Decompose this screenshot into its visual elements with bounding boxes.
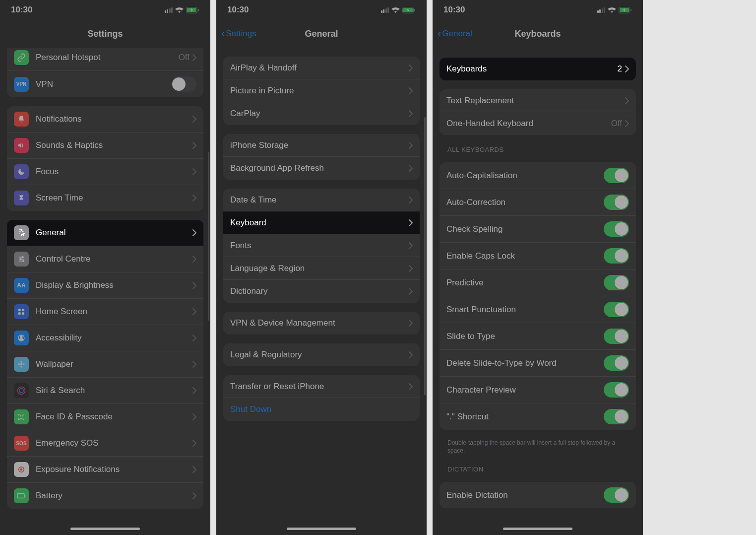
- row-face-id[interactable]: Face ID & Passcode: [7, 404, 203, 430]
- home-indicator[interactable]: [287, 528, 356, 530]
- svg-point-13: [20, 361, 22, 363]
- svg-point-16: [23, 363, 25, 365]
- row-keyboard[interactable]: Keyboard: [223, 211, 420, 234]
- row-bg-refresh[interactable]: Background App Refresh: [223, 157, 420, 180]
- toggle-predictive[interactable]: [604, 275, 629, 290]
- row-carplay[interactable]: CarPlay: [223, 102, 420, 125]
- chevron-right-icon: [409, 351, 413, 358]
- svg-point-12: [20, 363, 22, 365]
- settings-group: VPN & Device Management: [223, 312, 420, 334]
- row-check-spelling[interactable]: Check Spelling: [440, 216, 636, 243]
- svg-point-18: [19, 389, 23, 393]
- row-label: VPN: [36, 79, 171, 89]
- toggle-auto-cap[interactable]: [604, 168, 629, 183]
- row-general[interactable]: General: [7, 220, 203, 246]
- toggle-dot-shortcut[interactable]: [604, 409, 629, 424]
- row-notifications[interactable]: Notifications: [7, 106, 203, 133]
- row-siri-search[interactable]: Siri & Search: [7, 378, 203, 404]
- row-shut-down[interactable]: Shut Down: [223, 398, 420, 421]
- row-label: Sounds & Haptics: [36, 140, 192, 150]
- row-label: Notifications: [36, 114, 192, 124]
- row-caps-lock[interactable]: Enable Caps Lock: [440, 243, 636, 269]
- hourglass-icon: [14, 191, 29, 205]
- row-vpn[interactable]: VPNVPN: [7, 71, 203, 97]
- scroll-area[interactable]: AirPlay & HandoffPicture in PictureCarPl…: [216, 48, 427, 524]
- row-wallpaper[interactable]: Wallpaper: [7, 351, 203, 378]
- row-label: Screen Time: [36, 193, 192, 203]
- chevron-right-icon: [192, 256, 196, 263]
- row-accessibility[interactable]: Accessibility: [7, 325, 203, 351]
- signal-icon: [597, 7, 606, 13]
- chevron-right-icon: [409, 87, 413, 94]
- row-exposure[interactable]: Exposure Notifications: [7, 457, 203, 483]
- row-focus[interactable]: Focus: [7, 159, 203, 185]
- row-airplay-handoff[interactable]: AirPlay & Handoff: [223, 57, 420, 79]
- chevron-right-icon: [409, 242, 413, 249]
- toggle-delete-slide[interactable]: [604, 355, 629, 371]
- chevron-left-icon: ‹: [221, 28, 225, 39]
- row-keyboards[interactable]: Keyboards2: [440, 58, 636, 80]
- row-one-handed[interactable]: One-Handed KeyboardOff: [440, 112, 636, 135]
- row-auto-cap[interactable]: Auto-Capitalisation: [440, 162, 636, 189]
- row-iphone-storage[interactable]: iPhone Storage: [223, 134, 420, 157]
- row-label: Battery: [36, 491, 192, 501]
- row-control-centre[interactable]: Control Centre: [7, 246, 203, 272]
- scroll-area[interactable]: Personal HotspotOffVPNVPNNotificationsSo…: [0, 48, 210, 524]
- signal-icon: [381, 7, 389, 13]
- row-sounds-haptics[interactable]: Sounds & Haptics: [7, 133, 203, 159]
- back-button[interactable]: ‹General: [438, 28, 472, 39]
- back-label: General: [442, 29, 472, 39]
- row-auto-correct[interactable]: Auto-Correction: [440, 189, 636, 216]
- toggle-vpn[interactable]: [171, 76, 196, 92]
- row-label: Legal & Regulatory: [230, 350, 409, 360]
- row-battery[interactable]: Battery: [7, 483, 203, 509]
- row-dictionary[interactable]: Dictionary: [223, 280, 420, 303]
- toggle-char-preview[interactable]: [604, 382, 629, 398]
- row-personal-hotspot[interactable]: Personal HotspotOff: [7, 48, 203, 71]
- row-pip[interactable]: Picture in Picture: [223, 79, 420, 102]
- row-screen-time[interactable]: Screen Time: [7, 185, 203, 211]
- row-label: Check Spelling: [446, 224, 604, 234]
- svg-rect-27: [414, 9, 415, 11]
- toggle-enable-dictation[interactable]: [604, 487, 629, 503]
- row-legal[interactable]: Legal & Regulatory: [223, 343, 420, 366]
- svg-rect-23: [17, 494, 24, 498]
- chevron-right-icon: [192, 466, 196, 473]
- scrollbar-thumb[interactable]: [208, 152, 209, 321]
- bell-icon: [14, 112, 29, 127]
- home-indicator[interactable]: [503, 528, 572, 530]
- row-delete-slide[interactable]: Delete Slide-to-Type by Word: [440, 350, 636, 377]
- row-predictive[interactable]: Predictive: [440, 269, 636, 296]
- scrollbar-thumb[interactable]: [424, 117, 426, 395]
- row-smart-punct[interactable]: Smart Punctuation: [440, 296, 636, 323]
- screen-general: 10:30 ‹Settings General AirPlay & Handof…: [216, 0, 427, 535]
- chevron-right-icon: [409, 65, 413, 71]
- row-label: Language & Region: [230, 264, 409, 273]
- home-indicator[interactable]: [70, 528, 140, 530]
- scroll-area[interactable]: Keyboards2Text ReplacementOne-Handed Key…: [433, 48, 643, 524]
- row-language-region[interactable]: Language & Region: [223, 257, 420, 280]
- row-slide-type[interactable]: Slide to Type: [440, 323, 636, 350]
- toggle-check-spelling[interactable]: [604, 221, 629, 237]
- svg-point-3: [22, 257, 23, 258]
- toggle-smart-punct[interactable]: [604, 302, 629, 317]
- row-display-brightness[interactable]: AADisplay & Brightness: [7, 272, 203, 299]
- row-home-screen[interactable]: Home Screen: [7, 299, 203, 325]
- chevron-right-icon: [409, 110, 413, 117]
- row-emergency-sos[interactable]: SOSEmergency SOS: [7, 430, 203, 457]
- back-button[interactable]: ‹Settings: [221, 28, 256, 39]
- toggle-slide-type[interactable]: [604, 329, 629, 344]
- row-date-time[interactable]: Date & Time: [223, 189, 420, 211]
- section-footer: Double-tapping the space bar will insert…: [447, 439, 628, 455]
- row-dot-shortcut[interactable]: "." Shortcut: [440, 403, 636, 430]
- row-label: Auto-Capitalisation: [446, 171, 604, 181]
- row-transfer-reset[interactable]: Transfer or Reset iPhone: [223, 375, 420, 398]
- person-icon: [14, 331, 29, 345]
- toggle-auto-correct[interactable]: [604, 195, 629, 210]
- row-text-replacement[interactable]: Text Replacement: [440, 89, 636, 112]
- row-fonts[interactable]: Fonts: [223, 234, 420, 257]
- toggle-caps-lock[interactable]: [604, 248, 629, 264]
- row-enable-dictation[interactable]: Enable Dictation: [440, 482, 636, 508]
- row-char-preview[interactable]: Character Preview: [440, 377, 636, 403]
- row-vpn-device-mgmt[interactable]: VPN & Device Management: [223, 312, 420, 334]
